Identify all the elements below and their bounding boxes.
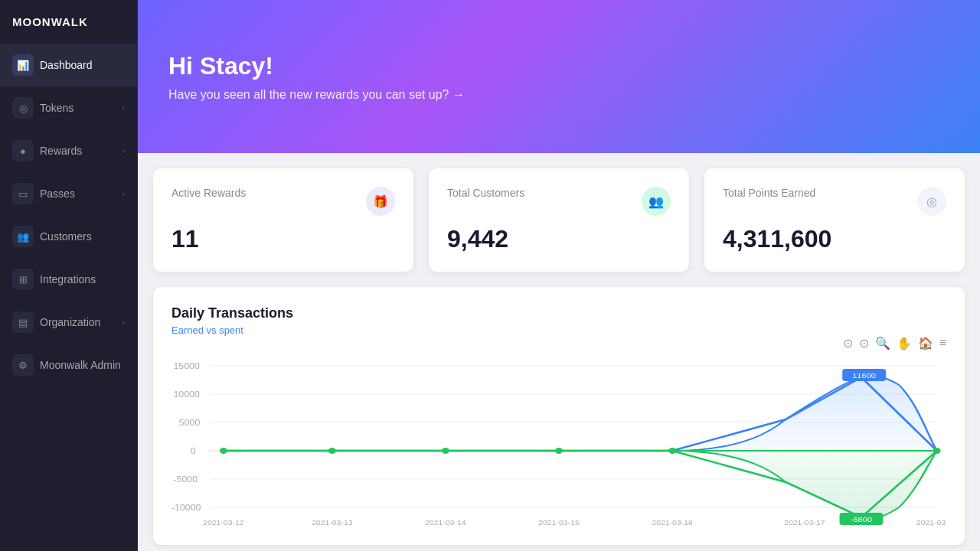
moonwalk-admin-icon: ⚙: [12, 354, 34, 376]
total-points-label: Total Points Earned: [723, 187, 815, 199]
dashboard-icon: 📊: [12, 54, 34, 76]
active-rewards-icon: 🎁: [366, 187, 395, 216]
integrations-icon: ⊞: [12, 269, 34, 290]
passes-arrow-icon: ›: [122, 190, 125, 198]
total-customers-label: Total Customers: [447, 187, 524, 199]
svg-text:5000: 5000: [179, 419, 200, 427]
sidebar-label-tokens: Tokens: [40, 102, 74, 114]
sidebar-item-rewards[interactable]: ● Rewards ›: [0, 129, 137, 172]
sidebar-label-integrations: Integrations: [40, 273, 96, 285]
svg-text:15000: 15000: [173, 362, 199, 370]
chart-point: [328, 448, 336, 454]
x-label-6: 2021-03-18: [916, 519, 946, 527]
chart-title: Daily Transactions: [172, 305, 946, 321]
sidebar-label-organization: Organization: [40, 316, 100, 328]
chart-toolbar: ⊙ ⊙ 🔍 ✋ 🏠 ≡: [172, 336, 946, 350]
svg-text:0: 0: [191, 447, 196, 455]
main-content: Hi Stacy! Have you seen all the new rewa…: [138, 0, 980, 551]
sidebar-label-dashboard: Dashboard: [40, 59, 93, 71]
chart-spent-area: [224, 451, 937, 518]
chart-earned-area: [224, 376, 937, 451]
chart-annotation-neg6800: -6800: [851, 516, 873, 523]
sidebar-label-customers: Customers: [40, 230, 92, 243]
stat-card-total-customers: Total Customers 👥 9,442: [429, 168, 689, 272]
hero-banner: Hi Stacy! Have you seen all the new rewa…: [138, 0, 980, 153]
hero-subtext[interactable]: Have you seen all the new rewards you ca…: [168, 88, 949, 102]
customers-icon: 👥: [12, 226, 34, 247]
total-points-icon: ◎: [917, 187, 946, 216]
chart-annotation-11600: 11600: [852, 372, 876, 380]
stats-row: Active Rewards 🎁 11 Total Customers 👥 9,…: [138, 153, 980, 279]
sidebar-label-passes: Passes: [40, 187, 75, 200]
x-label-5: 2021-03-17: [784, 519, 825, 527]
chart-area: 15000 10000 5000 0 -5000 -10000: [172, 358, 946, 527]
total-customers-icon: 👥: [642, 187, 671, 216]
chart-svg: 15000 10000 5000 0 -5000 -10000: [172, 358, 946, 527]
x-label-0: 2021-03-12: [203, 519, 244, 527]
chart-point: [555, 448, 563, 454]
organization-arrow-icon: ›: [122, 318, 125, 327]
sidebar-label-rewards: Rewards: [40, 145, 82, 157]
svg-text:-5000: -5000: [173, 475, 198, 484]
sidebar-item-dashboard[interactable]: 📊 Dashboard: [0, 44, 137, 86]
sidebar-item-passes[interactable]: ▭ Passes ›: [0, 172, 137, 215]
sidebar-label-moonwalk-admin: Moonwalk Admin: [40, 359, 121, 371]
stat-card-active-rewards: Active Rewards 🎁 11: [153, 168, 413, 272]
sidebar: MOONWALK 📊 Dashboard ◎ Tokens › ● Reward…: [0, 0, 138, 551]
rewards-icon: ●: [12, 140, 34, 161]
sidebar-item-tokens[interactable]: ◎ Tokens ›: [0, 86, 137, 129]
chart-home-icon[interactable]: 🏠: [918, 336, 933, 350]
total-points-value: 4,311,600: [723, 225, 946, 253]
hero-greeting: Hi Stacy!: [168, 52, 949, 80]
x-label-3: 2021-03-15: [538, 519, 580, 527]
chart-point: [933, 448, 941, 454]
tokens-arrow-icon: ›: [122, 104, 125, 112]
x-label-4: 2021-03-16: [652, 519, 693, 527]
chart-point: [220, 448, 227, 454]
x-label-1: 2021-03-13: [312, 519, 353, 527]
organization-icon: ▤: [12, 311, 34, 333]
total-customers-value: 9,442: [447, 225, 671, 253]
svg-text:10000: 10000: [173, 390, 199, 399]
passes-icon: ▭: [12, 183, 34, 204]
active-rewards-value: 11: [172, 225, 395, 253]
chart-point: [442, 448, 449, 454]
rewards-arrow-icon: ›: [122, 147, 125, 155]
chart-search-icon[interactable]: 🔍: [875, 336, 890, 350]
chart-point: [668, 448, 676, 454]
svg-text:-10000: -10000: [172, 504, 201, 512]
app-logo: MOONWALK: [0, 0, 137, 44]
chart-zoom-out-icon[interactable]: ⊙: [843, 336, 853, 350]
sidebar-item-moonwalk-admin[interactable]: ⚙ Moonwalk Admin: [0, 344, 137, 386]
chart-card: Daily Transactions Earned vs spent ⊙ ⊙ 🔍…: [153, 287, 965, 545]
chart-menu-icon[interactable]: ≡: [939, 336, 946, 350]
active-rewards-label: Active Rewards: [172, 187, 246, 199]
tokens-icon: ◎: [12, 97, 34, 119]
chart-subtitle: Earned vs spent: [172, 324, 946, 336]
stat-card-total-points: Total Points Earned ◎ 4,311,600: [704, 168, 965, 272]
chart-pan-icon[interactable]: ✋: [897, 336, 912, 350]
sidebar-item-integrations[interactable]: ⊞ Integrations: [0, 258, 137, 301]
chart-zoom-in-icon[interactable]: ⊙: [859, 336, 869, 350]
sidebar-item-organization[interactable]: ▤ Organization ›: [0, 301, 137, 344]
x-label-2: 2021-03-14: [425, 519, 466, 527]
sidebar-item-customers[interactable]: 👥 Customers: [0, 215, 137, 258]
